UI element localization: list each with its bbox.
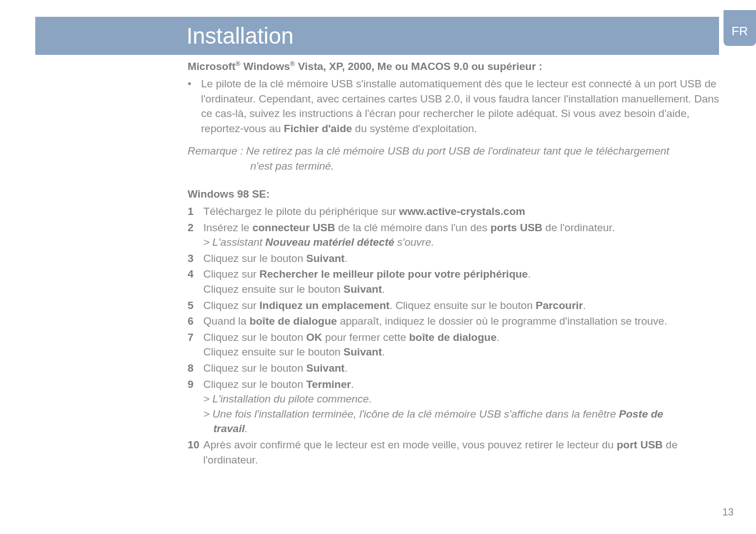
step-body: Insérez le connecteur USB de la clé mémo…: [203, 221, 722, 250]
step-number: 6: [188, 314, 203, 329]
text: Cliquez sur le bouton: [203, 362, 306, 374]
text: Cliquez ensuite sur le bouton: [203, 346, 343, 358]
remark-line2: n'est pas terminé.: [188, 159, 722, 174]
text: du système d'exploitation.: [352, 123, 477, 134]
text: Cliquez sur: [203, 268, 259, 280]
text-bold: boîte de dialogue: [409, 331, 497, 343]
step-3: 3 Cliquez sur le bouton Suivant.: [188, 251, 722, 266]
language-code: FR: [731, 24, 748, 39]
text: Téléchargez le pilote du périphérique su…: [203, 205, 399, 217]
page-number: 13: [722, 507, 734, 518]
step-8: 8 Cliquez sur le bouton Suivant.: [188, 361, 722, 376]
text-bold: Indiquez un emplacement: [259, 299, 389, 311]
sub-line: travail.: [203, 421, 722, 437]
text-bold: ports USB: [491, 222, 543, 233]
text: .: [528, 268, 531, 280]
step-1: 1 Téléchargez le pilote du périphérique …: [188, 204, 722, 219]
bullet-text: Le pilote de la clé mémoire USB s'instal…: [201, 77, 722, 136]
page-title: Installation: [186, 24, 293, 49]
text-bold-italic: travail: [213, 423, 245, 434]
text-bold: boîte de dialogue: [249, 315, 337, 327]
text: apparaît, indiquez le dossier où le prog…: [337, 315, 668, 327]
step-7: 7 Cliquez sur le bouton OK pour fermer c…: [188, 330, 722, 360]
text: .: [382, 346, 385, 358]
text: de l'ordinateur.: [543, 222, 615, 233]
text: Cliquez sur le bouton: [203, 252, 306, 264]
steps-list: 1 Téléchargez le pilote du périphérique …: [188, 204, 722, 467]
remark-note: Remarque : Ne retirez pas la clé mémoire…: [188, 144, 722, 174]
text: .: [583, 299, 586, 311]
step-number: 5: [188, 298, 203, 313]
step-number: 7: [188, 330, 203, 360]
step-body: Après avoir confirmé que le lecteur est …: [203, 438, 722, 467]
section2-title: Windows 98 SE:: [188, 187, 722, 202]
language-tab: FR: [724, 10, 756, 46]
text: .: [497, 331, 500, 343]
step-number: 8: [188, 361, 203, 376]
sub-line: Cliquez ensuite sur le bouton Suivant.: [203, 282, 722, 297]
text: Microsoft: [188, 60, 236, 72]
text: Vista, XP, 2000, Me ou MACOS 9.0 ou supé…: [295, 60, 543, 72]
step-body: Cliquez sur Rechercher le meilleur pilot…: [203, 267, 722, 297]
text-italic: s'ouvre.: [394, 236, 434, 248]
step-number: 2: [188, 221, 203, 250]
bullet-mark: •: [188, 77, 201, 136]
sub-line: > L'installation du pilote commence.: [203, 392, 722, 407]
text: Windows: [240, 60, 290, 72]
step-number: 9: [188, 377, 203, 437]
step-body: Téléchargez le pilote du périphérique su…: [203, 204, 722, 219]
registered-symbol: ®: [290, 60, 295, 68]
text: Cliquez sur: [203, 299, 259, 311]
step-4: 4 Cliquez sur Rechercher le meilleur pil…: [188, 267, 722, 297]
text: Après avoir confirmé que le lecteur est …: [203, 439, 617, 451]
step-body: Cliquez sur le bouton Terminer. > L'inst…: [203, 377, 722, 437]
step-body: Cliquez sur le bouton Suivant.: [203, 251, 722, 266]
section1-title: Microsoft® Windows® Vista, XP, 2000, Me …: [188, 59, 722, 74]
text: .: [351, 378, 354, 390]
page-header: Installation FR: [35, 17, 756, 55]
step-body: Cliquez sur Indiquez un emplacement. Cli…: [203, 298, 722, 313]
step-body: Cliquez sur le bouton OK pour fermer cet…: [203, 330, 722, 360]
text-bold: port USB: [617, 439, 662, 451]
content-area: Microsoft® Windows® Vista, XP, 2000, Me …: [188, 59, 722, 469]
step-number: 4: [188, 267, 203, 297]
text: . Cliquez ensuite sur le bouton: [390, 299, 536, 311]
text: Cliquez sur le bouton: [203, 378, 306, 390]
text-bold: Suivant: [343, 283, 382, 295]
text-bold: OK: [306, 331, 323, 343]
text: Insérez le: [203, 222, 253, 233]
title-bar: Installation: [35, 17, 719, 55]
bullet-item: • Le pilote de la clé mémoire USB s'inst…: [188, 77, 722, 136]
remark-line1: Remarque : Ne retirez pas la clé mémoire…: [188, 144, 722, 159]
url-text: www.active-crystals.com: [399, 205, 525, 217]
text-bold: Rechercher le meilleur pilote pour votre…: [259, 268, 528, 280]
text-italic: > L'assistant: [203, 236, 265, 248]
text: pour fermer cette: [322, 331, 409, 343]
step-number: 10: [188, 438, 203, 467]
step-5: 5 Cliquez sur Indiquez un emplacement. C…: [188, 298, 722, 313]
text-bold-italic: Nouveau matériel détecté: [265, 236, 394, 248]
step-body: Cliquez sur le bouton Suivant.: [203, 361, 722, 376]
text: .: [344, 362, 347, 374]
text-bold: Fichier d'aide: [284, 123, 352, 134]
text: Cliquez sur le bouton: [203, 331, 306, 343]
step-number: 3: [188, 251, 203, 266]
sub-line: > Une fois l'installation terminée, l'ic…: [203, 407, 722, 422]
text-bold: Parcourir: [535, 299, 582, 311]
text: de la clé mémoire dans l'un des: [335, 222, 490, 233]
text: Cliquez ensuite sur le bouton: [203, 283, 343, 295]
text: Quand la: [203, 315, 249, 327]
text-bold-italic: Poste de: [619, 408, 663, 420]
text-bold: Suivant: [306, 362, 345, 374]
step-body: Quand la boîte de dialogue apparaît, ind…: [203, 314, 722, 329]
step-9: 9 Cliquez sur le bouton Terminer. > L'in…: [188, 377, 722, 437]
text: .: [344, 252, 347, 264]
text-bold: Suivant: [306, 252, 345, 264]
text-bold: Suivant: [343, 346, 382, 358]
step-2: 2 Insérez le connecteur USB de la clé mé…: [188, 221, 722, 250]
sub-line: > L'assistant Nouveau matériel détecté s…: [203, 235, 722, 250]
text-bold: Terminer: [306, 378, 351, 390]
text-italic: > Une fois l'installation terminée, l'ic…: [203, 408, 619, 420]
step-number: 1: [188, 204, 203, 219]
step-10: 10 Après avoir confirmé que le lecteur e…: [188, 438, 722, 467]
